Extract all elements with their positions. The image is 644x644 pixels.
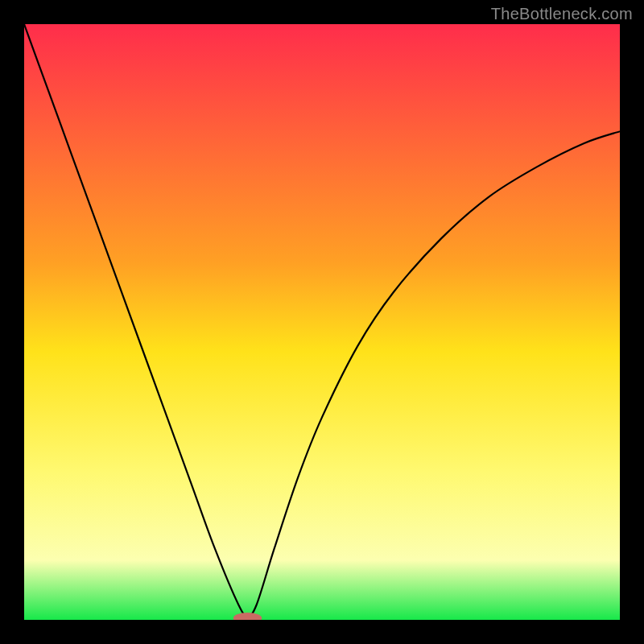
chart-frame: TheBottleneck.com	[0, 0, 644, 644]
plot-area	[24, 24, 620, 620]
watermark-text: TheBottleneck.com	[491, 5, 633, 23]
gradient-background	[24, 24, 620, 620]
bottleneck-chart	[24, 24, 620, 620]
